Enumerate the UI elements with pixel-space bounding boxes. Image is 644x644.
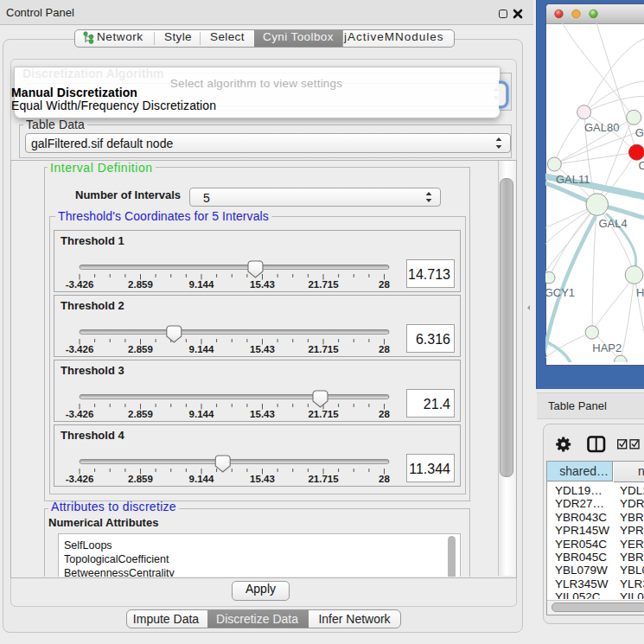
svg-text:-3.426: -3.426 bbox=[66, 409, 94, 419]
svg-text:28: 28 bbox=[379, 279, 390, 290]
svg-text:21.715: 21.715 bbox=[308, 279, 339, 290]
svg-text:-3.426: -3.426 bbox=[66, 344, 94, 354]
svg-text:-3.426: -3.426 bbox=[66, 474, 94, 484]
svg-text:9.144: 9.144 bbox=[189, 344, 214, 354]
svg-text:15.43: 15.43 bbox=[250, 344, 275, 354]
svg-text:2.859: 2.859 bbox=[128, 409, 153, 419]
svg-text:21.715: 21.715 bbox=[308, 344, 339, 354]
svg-text:15.43: 15.43 bbox=[250, 474, 275, 484]
svg-text:9.144: 9.144 bbox=[189, 409, 214, 419]
svg-text:15.43: 15.43 bbox=[250, 279, 275, 290]
svg-text:2.859: 2.859 bbox=[128, 344, 153, 354]
svg-text:21.715: 21.715 bbox=[308, 409, 339, 419]
svg-text:-3.426: -3.426 bbox=[66, 279, 94, 290]
svg-text:28: 28 bbox=[379, 474, 390, 484]
svg-text:9.144: 9.144 bbox=[189, 279, 214, 290]
svg-text:21.715: 21.715 bbox=[308, 474, 339, 484]
svg-text:2.859: 2.859 bbox=[128, 279, 153, 290]
svg-text:28: 28 bbox=[379, 344, 390, 354]
svg-text:2.859: 2.859 bbox=[128, 474, 153, 484]
svg-text:28: 28 bbox=[379, 409, 390, 419]
svg-text:9.144: 9.144 bbox=[189, 474, 214, 484]
svg-text:15.43: 15.43 bbox=[250, 409, 275, 419]
